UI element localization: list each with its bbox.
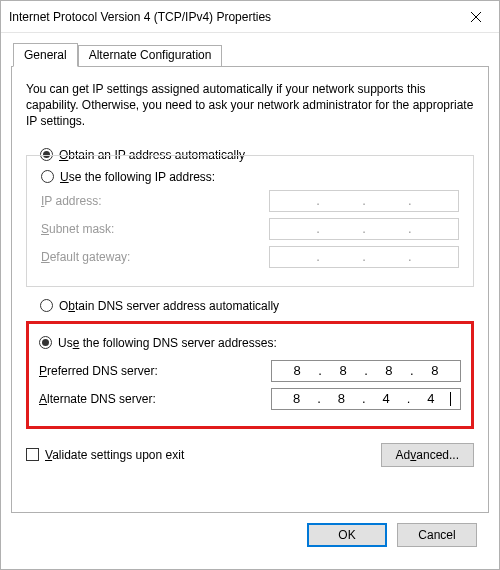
advanced-button[interactable]: Advanced... [381, 443, 474, 467]
close-button[interactable] [453, 1, 499, 32]
label-alternate-dns: Alternate DNS server: [39, 392, 156, 406]
radio-use-following-ip[interactable] [41, 170, 54, 183]
row-alternate-dns: Alternate DNS server: 8. 8. 4. 4 [39, 388, 461, 410]
row-preferred-dns: Preferred DNS server: 8. 8. 8. 8 [39, 360, 461, 382]
ok-button-label: OK [338, 528, 355, 542]
text-caret [450, 392, 451, 406]
dns-highlight-box: Use the following DNS server addresses: … [26, 321, 474, 429]
input-alternate-dns[interactable]: 8. 8. 4. 4 [271, 388, 461, 410]
input-default-gateway: . . . [269, 246, 459, 268]
row-subnet-mask: Subnet mask: . . . [41, 218, 459, 240]
label-preferred-dns: Preferred DNS server: [39, 364, 158, 378]
label-ip-address: IP address: [41, 194, 102, 208]
label-subnet-mask: Subnet mask: [41, 222, 114, 236]
checkbox-validate-label: Validate settings upon exit [45, 448, 184, 462]
titlebar: Internet Protocol Version 4 (TCP/IPv4) P… [1, 1, 499, 33]
tab-page-general: You can get IP settings assigned automat… [11, 66, 489, 513]
radio-use-following-dns[interactable] [39, 336, 52, 349]
dialog-buttons: OK Cancel [11, 513, 489, 559]
row-default-gateway: Default gateway: . . . [41, 246, 459, 268]
radio-use-following-ip-row: Use the following IP address: [41, 170, 459, 184]
radio-obtain-dns-auto-label: Obtain DNS server address automatically [59, 299, 279, 313]
label-default-gateway: Default gateway: [41, 250, 130, 264]
radio-obtain-dns-auto[interactable] [40, 299, 53, 312]
validate-row: Validate settings upon exit [26, 448, 184, 462]
input-subnet-mask: . . . [269, 218, 459, 240]
cancel-button[interactable]: Cancel [397, 523, 477, 547]
description-text: You can get IP settings assigned automat… [26, 81, 474, 130]
close-icon [471, 12, 481, 22]
input-ip-address: . . . [269, 190, 459, 212]
dialog-content: General Alternate Configuration You can … [1, 33, 499, 569]
tab-altconfig-label: Alternate Configuration [89, 48, 212, 62]
checkbox-validate[interactable] [26, 448, 39, 461]
radio-obtain-dns-auto-row: Obtain DNS server address automatically [40, 299, 474, 313]
row-ip-address: IP address: . . . [41, 190, 459, 212]
properties-dialog: Internet Protocol Version 4 (TCP/IPv4) P… [0, 0, 500, 570]
tab-strip: General Alternate Configuration [11, 43, 489, 67]
ok-button[interactable]: OK [307, 523, 387, 547]
group-manual-ip: Use the following IP address: IP address… [26, 155, 474, 287]
tab-alternate-configuration[interactable]: Alternate Configuration [78, 45, 223, 67]
window-title: Internet Protocol Version 4 (TCP/IPv4) P… [9, 10, 271, 24]
radio-use-following-ip-label: Use the following IP address: [60, 170, 215, 184]
tab-general-label: General [24, 48, 67, 62]
input-preferred-dns[interactable]: 8. 8. 8. 8 [271, 360, 461, 382]
cancel-button-label: Cancel [418, 528, 455, 542]
manual-ip-fields: IP address: . . . Subnet mask: . . [41, 190, 459, 268]
bottom-row: Validate settings upon exit Advanced... [26, 443, 474, 467]
radio-use-following-dns-label: Use the following DNS server addresses: [58, 336, 277, 350]
radio-use-following-dns-row: Use the following DNS server addresses: [39, 336, 461, 350]
tab-general[interactable]: General [13, 43, 78, 67]
